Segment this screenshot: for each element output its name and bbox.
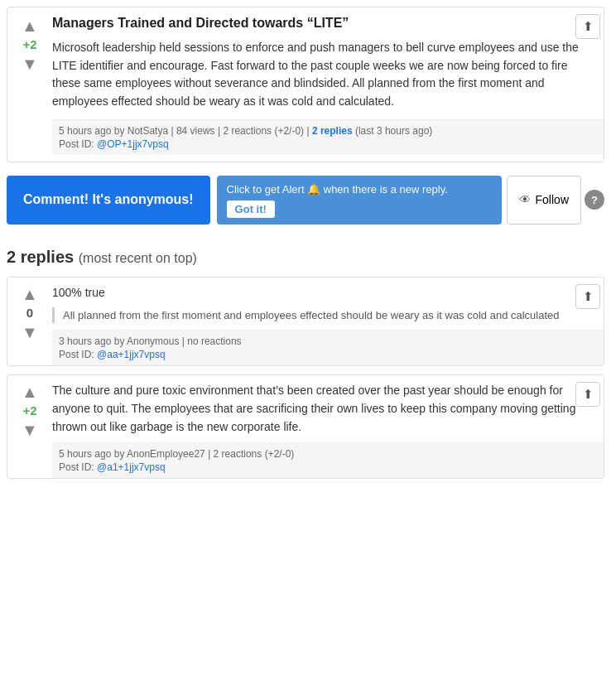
reply-2-meta-text: 5 hours ago by AnonEmployee27 <box>59 448 205 460</box>
reply-1-post-id-value[interactable]: @aa+1jjx7vpsq <box>97 349 166 360</box>
reply-1-share-icon: ⬆︎ <box>583 289 594 304</box>
replies-timeago: (last 3 hours ago) <box>355 125 432 137</box>
help-button[interactable]: ? <box>585 190 604 210</box>
reply-1-vote-count: 0 <box>26 306 33 321</box>
meta-views: 84 views <box>176 125 215 137</box>
post-id-label: Post ID: <box>59 138 94 150</box>
replies-link[interactable]: 2 replies <box>312 125 353 137</box>
post-id-line: Post ID: @OP+1jjx7vpsq <box>59 138 597 150</box>
reply-card-2: ▲ +2 ▼ ⬆︎ The culture and pure toxic env… <box>7 374 604 479</box>
reply-2-reactions: 2 reactions (+2/-0) <box>214 448 295 460</box>
follow-label: Follow <box>536 193 569 206</box>
reply-2-share-button[interactable]: ⬆︎ <box>575 382 600 407</box>
alert-text: Click to get Alert 🔔 when there is a new… <box>227 182 492 197</box>
vote-count: +2 <box>22 37 36 52</box>
eye-icon: 👁 <box>519 193 531 206</box>
reply-1-text-main: 100% true All planned from the first mom… <box>52 284 597 323</box>
share-button[interactable]: ⬆︎ <box>575 14 600 39</box>
replies-subtitle: (most recent on top) <box>79 251 197 265</box>
reply-1-vote-col: ▲ 0 ▼ <box>7 278 52 365</box>
share-icon: ⬆︎ <box>583 19 594 34</box>
comment-button[interactable]: Comment! It's anonymous! <box>7 176 210 224</box>
reply-1-downvote[interactable]: ▼ <box>20 322 40 342</box>
reply-2-downvote[interactable]: ▼ <box>20 420 40 440</box>
reply-2-post-id-line: Post ID: @a1+1jjx7vpsq <box>59 461 597 473</box>
reply-1-quote: All planned from the first moment and em… <box>52 307 597 324</box>
reply-1-meta-text: 3 hours ago by Anonymous <box>59 336 179 347</box>
reply-1-share-button[interactable]: ⬆︎ <box>575 284 600 309</box>
downvote-button[interactable]: ▼ <box>20 54 40 74</box>
post-id-value[interactable]: @OP+1jjx7vpsq <box>97 138 169 150</box>
replies-count: 2 replies <box>7 248 74 266</box>
post-body: Microsoft leadership held sessions to en… <box>52 39 595 111</box>
meta-reactions: 2 reactions (+2/-0) <box>223 125 304 137</box>
follow-button[interactable]: 👁 Follow <box>507 176 581 224</box>
alert-box: Click to get Alert 🔔 when there is a new… <box>217 176 502 224</box>
reply-1-post-id-line: Post ID: @aa+1jjx7vpsq <box>59 349 597 360</box>
reply-2-post-id-label: Post ID: <box>59 461 94 473</box>
reply-1-upvote[interactable]: ▲ <box>20 284 40 304</box>
action-bar: Comment! It's anonymous! Click to get Al… <box>0 169 611 231</box>
reply-2-content: ⬆︎ The culture and pure toxic environmen… <box>52 375 604 478</box>
post-card: ▲ +2 ▼ ⬆︎ Managers Trained and Directed … <box>7 7 604 162</box>
reply-1-content: ⬆︎ 100% true All planned from the first … <box>52 278 604 365</box>
upvote-button[interactable]: ▲ <box>20 16 40 36</box>
replies-heading: 2 replies (most recent on top) <box>7 248 604 267</box>
post-title: Managers Trained and Directed towards “L… <box>52 16 595 31</box>
reply-2-meta: 5 hours ago by AnonEmployee27 | 2 reacti… <box>52 442 604 478</box>
reply-2-vote-count: +2 <box>22 403 36 418</box>
post-content: ⬆︎ Managers Trained and Directed towards… <box>52 7 604 162</box>
reply-1-reactions: no reactions <box>187 336 241 347</box>
meta-author-time: 5 hours ago by NotSatya <box>59 125 168 137</box>
reply-2-upvote[interactable]: ▲ <box>20 382 40 402</box>
reply-2-text-main: The culture and pure toxic environment t… <box>52 382 597 436</box>
reply-1-meta: 3 hours ago by Anonymous | no reactions … <box>52 330 604 365</box>
got-it-button[interactable]: Got it! <box>227 200 275 218</box>
vote-column: ▲ +2 ▼ <box>7 7 52 162</box>
reply-1-post-id-label: Post ID: <box>59 349 94 360</box>
post-meta: 5 hours ago by NotSatya | 84 views | 2 r… <box>52 119 604 155</box>
reply-2-share-icon: ⬆︎ <box>583 387 594 402</box>
reply-1-text-span: 100% true <box>52 286 105 299</box>
reply-card-1: ▲ 0 ▼ ⬆︎ 100% true All planned from the … <box>7 277 604 366</box>
replies-section: 2 replies (most recent on top) ▲ 0 ▼ ⬆︎ … <box>0 231 611 494</box>
reply-2-post-id-value[interactable]: @a1+1jjx7vpsq <box>97 461 166 473</box>
reply-2-vote-col: ▲ +2 ▼ <box>7 375 52 478</box>
